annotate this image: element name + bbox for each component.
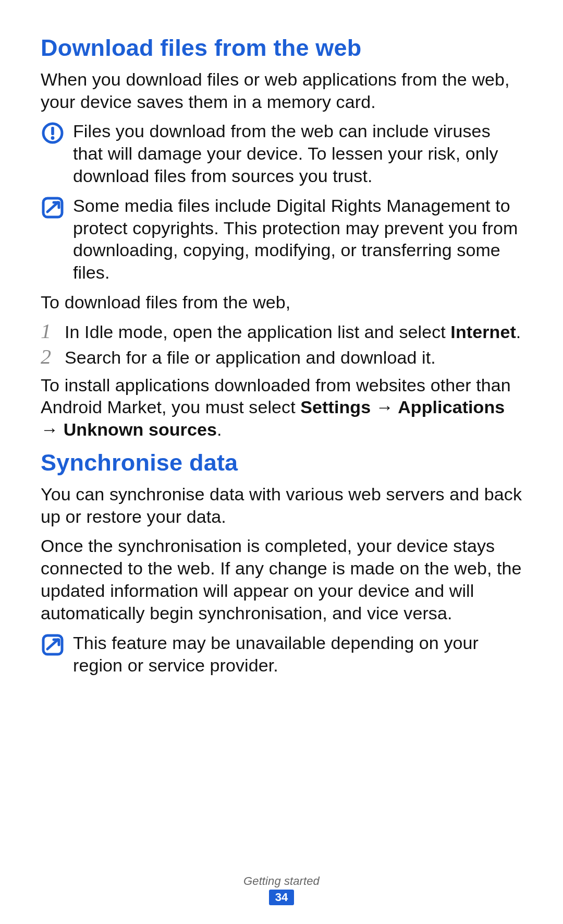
- after-steps-post: .: [217, 419, 222, 439]
- warning-callout: Files you download from the web can incl…: [41, 120, 522, 187]
- note-icon: [41, 196, 65, 220]
- step-text: Search for a file or application and dow…: [65, 346, 522, 369]
- step-number: 2: [41, 346, 56, 367]
- page-footer: Getting started 34: [0, 874, 563, 905]
- note-icon: [41, 633, 65, 657]
- steps-list: 1 In Idle mode, open the application lis…: [41, 321, 522, 369]
- svg-rect-1: [51, 127, 54, 135]
- step-text-pre: In Idle mode, open the application list …: [65, 322, 450, 342]
- warning-icon: [41, 121, 65, 145]
- step-number: 1: [41, 321, 56, 342]
- step-text: In Idle mode, open the application list …: [65, 321, 522, 343]
- note-text-drm: Some media files include Digital Rights …: [73, 195, 522, 284]
- warning-text: Files you download from the web can incl…: [73, 120, 522, 187]
- intro-paragraph: When you download files or web applicati…: [41, 68, 522, 113]
- after-steps-paragraph: To install applications downloaded from …: [41, 374, 522, 441]
- page: Download files from the web When you dow…: [0, 0, 563, 924]
- step-text-bold: Internet: [450, 322, 516, 342]
- svg-point-2: [51, 136, 55, 140]
- step-text-pre: Search for a file or application and dow…: [65, 347, 436, 367]
- heading-download-files: Download files from the web: [41, 33, 522, 63]
- heading-synchronise-data: Synchronise data: [41, 448, 522, 478]
- step-item: 1 In Idle mode, open the application lis…: [41, 321, 522, 343]
- page-number-badge: 34: [269, 890, 295, 905]
- steps-lead: To download files from the web,: [41, 291, 522, 314]
- step-text-post: .: [516, 322, 521, 342]
- sync-paragraph-1: You can synchronise data with various we…: [41, 483, 522, 528]
- sync-paragraph-2: Once the synchronisation is completed, y…: [41, 535, 522, 624]
- note-callout-drm: Some media files include Digital Rights …: [41, 195, 522, 284]
- step-item: 2 Search for a file or application and d…: [41, 346, 522, 369]
- note-callout-region: This feature may be unavailable dependin…: [41, 632, 522, 677]
- note-text-region: This feature may be unavailable dependin…: [73, 632, 522, 677]
- footer-section-title: Getting started: [0, 874, 563, 889]
